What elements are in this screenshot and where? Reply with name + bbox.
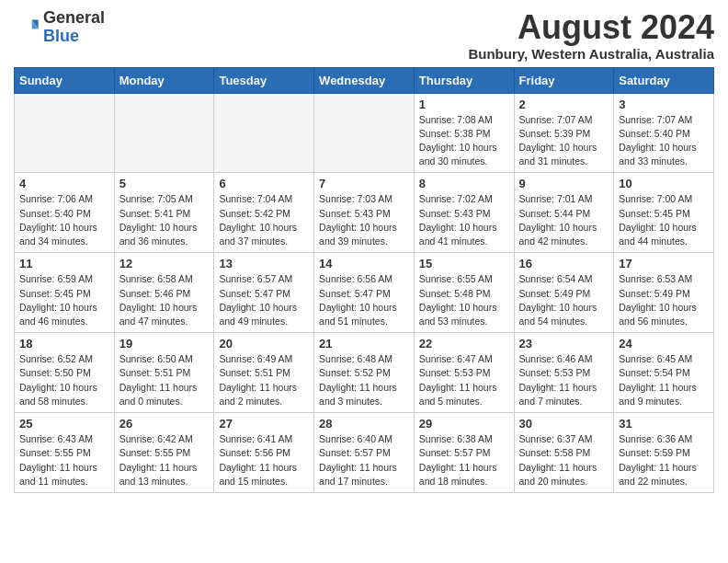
calendar-cell: 17Sunrise: 6:53 AMSunset: 5:49 PMDayligh… — [614, 253, 714, 333]
day-info: Sunrise: 6:56 AMSunset: 5:47 PMDaylight:… — [319, 272, 409, 328]
day-info: Sunrise: 6:47 AMSunset: 5:53 PMDaylight:… — [419, 352, 509, 408]
calendar-header: SundayMondayTuesdayWednesdayThursdayFrid… — [15, 67, 714, 93]
calendar-table: SundayMondayTuesdayWednesdayThursdayFrid… — [14, 67, 714, 493]
calendar-cell: 6Sunrise: 7:04 AMSunset: 5:42 PMDaylight… — [214, 173, 314, 253]
day-number: 30 — [519, 417, 609, 431]
calendar-cell: 8Sunrise: 7:02 AMSunset: 5:43 PMDaylight… — [414, 173, 514, 253]
day-number: 12 — [119, 257, 210, 270]
day-number: 22 — [419, 337, 509, 350]
calendar-cell: 9Sunrise: 7:01 AMSunset: 5:44 PMDaylight… — [514, 173, 614, 253]
calendar-week-2: 4Sunrise: 7:06 AMSunset: 5:40 PMDaylight… — [15, 173, 714, 253]
day-info: Sunrise: 6:42 AMSunset: 5:55 PMDaylight:… — [119, 432, 210, 488]
day-info: Sunrise: 6:40 AMSunset: 5:57 PMDaylight:… — [319, 432, 409, 488]
day-number: 7 — [319, 177, 409, 190]
calendar-week-5: 25Sunrise: 6:43 AMSunset: 5:55 PMDayligh… — [15, 413, 714, 493]
calendar-cell: 30Sunrise: 6:37 AMSunset: 5:58 PMDayligh… — [514, 413, 614, 493]
calendar-cell: 26Sunrise: 6:42 AMSunset: 5:55 PMDayligh… — [114, 413, 214, 493]
calendar-cell: 2Sunrise: 7:07 AMSunset: 5:39 PMDaylight… — [514, 93, 614, 173]
day-number: 8 — [419, 177, 509, 190]
day-info: Sunrise: 6:57 AMSunset: 5:47 PMDaylight:… — [219, 272, 309, 328]
calendar-cell: 7Sunrise: 7:03 AMSunset: 5:43 PMDaylight… — [314, 173, 415, 253]
calendar-cell: 23Sunrise: 6:46 AMSunset: 5:53 PMDayligh… — [514, 333, 614, 413]
day-info: Sunrise: 6:59 AMSunset: 5:45 PMDaylight:… — [19, 272, 109, 328]
day-number: 4 — [19, 177, 109, 190]
title-block: August 2024 Bunbury, Western Australia, … — [468, 9, 714, 62]
day-info: Sunrise: 6:46 AMSunset: 5:53 PMDaylight:… — [519, 352, 609, 408]
day-info: Sunrise: 6:37 AMSunset: 5:58 PMDaylight:… — [519, 432, 609, 488]
calendar-cell: 1Sunrise: 7:08 AMSunset: 5:38 PMDaylight… — [414, 93, 514, 173]
day-info: Sunrise: 6:54 AMSunset: 5:49 PMDaylight:… — [519, 272, 609, 328]
day-info: Sunrise: 7:00 AMSunset: 5:45 PMDaylight:… — [619, 192, 709, 248]
day-number: 1 — [419, 98, 509, 111]
day-info: Sunrise: 7:05 AMSunset: 5:41 PMDaylight:… — [119, 192, 210, 248]
day-info: Sunrise: 7:07 AMSunset: 5:39 PMDaylight:… — [519, 113, 609, 169]
day-info: Sunrise: 6:41 AMSunset: 5:56 PMDaylight:… — [219, 432, 309, 488]
weekday-header-monday: Monday — [114, 67, 214, 93]
calendar-cell: 24Sunrise: 6:45 AMSunset: 5:54 PMDayligh… — [614, 333, 714, 413]
day-number: 29 — [419, 417, 509, 431]
day-info: Sunrise: 6:52 AMSunset: 5:50 PMDaylight:… — [19, 352, 109, 408]
logo-icon — [14, 15, 40, 40]
calendar-cell: 16Sunrise: 6:54 AMSunset: 5:49 PMDayligh… — [514, 253, 614, 333]
calendar-cell: 22Sunrise: 6:47 AMSunset: 5:53 PMDayligh… — [414, 333, 514, 413]
calendar-cell: 14Sunrise: 6:56 AMSunset: 5:47 PMDayligh… — [314, 253, 415, 333]
day-number: 2 — [519, 98, 609, 111]
logo-general-text: General — [43, 8, 105, 27]
day-info: Sunrise: 6:58 AMSunset: 5:46 PMDaylight:… — [119, 272, 210, 328]
day-info: Sunrise: 7:08 AMSunset: 5:38 PMDaylight:… — [419, 113, 509, 169]
day-info: Sunrise: 6:43 AMSunset: 5:55 PMDaylight:… — [19, 432, 109, 488]
day-number: 24 — [619, 337, 709, 350]
day-info: Sunrise: 6:53 AMSunset: 5:49 PMDaylight:… — [619, 272, 709, 328]
day-info: Sunrise: 6:50 AMSunset: 5:51 PMDaylight:… — [119, 352, 210, 408]
calendar-cell: 18Sunrise: 6:52 AMSunset: 5:50 PMDayligh… — [15, 333, 115, 413]
day-number: 23 — [519, 337, 609, 350]
location-subtitle: Bunbury, Western Australia, Australia — [468, 46, 714, 62]
day-number: 18 — [19, 337, 109, 350]
calendar-cell: 4Sunrise: 7:06 AMSunset: 5:40 PMDaylight… — [15, 173, 115, 253]
day-number: 10 — [619, 177, 709, 190]
calendar-cell: 21Sunrise: 6:48 AMSunset: 5:52 PMDayligh… — [314, 333, 415, 413]
day-number: 15 — [419, 257, 509, 270]
calendar-cell: 31Sunrise: 6:36 AMSunset: 5:59 PMDayligh… — [614, 413, 714, 493]
calendar-cell — [114, 93, 214, 173]
day-number: 26 — [119, 417, 210, 431]
day-info: Sunrise: 7:03 AMSunset: 5:43 PMDaylight:… — [319, 192, 409, 248]
day-info: Sunrise: 6:36 AMSunset: 5:59 PMDaylight:… — [619, 432, 709, 488]
day-number: 20 — [219, 337, 309, 350]
day-number: 27 — [219, 417, 309, 431]
day-info: Sunrise: 7:04 AMSunset: 5:42 PMDaylight:… — [219, 192, 309, 248]
day-number: 9 — [519, 177, 609, 190]
calendar-cell: 19Sunrise: 6:50 AMSunset: 5:51 PMDayligh… — [114, 333, 214, 413]
day-number: 11 — [19, 257, 109, 270]
calendar-week-1: 1Sunrise: 7:08 AMSunset: 5:38 PMDaylight… — [15, 93, 714, 173]
day-number: 19 — [119, 337, 210, 350]
calendar-cell: 13Sunrise: 6:57 AMSunset: 5:47 PMDayligh… — [214, 253, 314, 333]
calendar-cell: 12Sunrise: 6:58 AMSunset: 5:46 PMDayligh… — [114, 253, 214, 333]
day-number: 14 — [319, 257, 409, 270]
day-number: 6 — [219, 177, 309, 190]
day-number: 21 — [319, 337, 409, 350]
calendar-cell: 29Sunrise: 6:38 AMSunset: 5:57 PMDayligh… — [414, 413, 514, 493]
calendar-cell: 11Sunrise: 6:59 AMSunset: 5:45 PMDayligh… — [15, 253, 115, 333]
calendar-cell: 20Sunrise: 6:49 AMSunset: 5:51 PMDayligh… — [214, 333, 314, 413]
weekday-header-saturday: Saturday — [614, 67, 714, 93]
day-number: 16 — [519, 257, 609, 270]
day-number: 25 — [19, 417, 109, 431]
day-number: 3 — [619, 98, 709, 111]
calendar-cell — [314, 93, 415, 173]
day-number: 5 — [119, 177, 210, 190]
page-header: General Blue August 2024 Bunbury, Wester… — [14, 9, 714, 62]
calendar-cell: 27Sunrise: 6:41 AMSunset: 5:56 PMDayligh… — [214, 413, 314, 493]
day-number: 31 — [619, 417, 709, 431]
weekday-header-tuesday: Tuesday — [214, 67, 314, 93]
calendar-cell — [214, 93, 314, 173]
day-number: 13 — [219, 257, 309, 270]
calendar-week-4: 18Sunrise: 6:52 AMSunset: 5:50 PMDayligh… — [15, 333, 714, 413]
calendar-cell: 25Sunrise: 6:43 AMSunset: 5:55 PMDayligh… — [15, 413, 115, 493]
month-year-title: August 2024 — [468, 9, 714, 46]
day-number: 17 — [619, 257, 709, 270]
day-info: Sunrise: 6:45 AMSunset: 5:54 PMDaylight:… — [619, 352, 709, 408]
calendar-cell — [15, 93, 115, 173]
calendar-cell: 5Sunrise: 7:05 AMSunset: 5:41 PMDaylight… — [114, 173, 214, 253]
day-info: Sunrise: 6:48 AMSunset: 5:52 PMDaylight:… — [319, 352, 409, 408]
